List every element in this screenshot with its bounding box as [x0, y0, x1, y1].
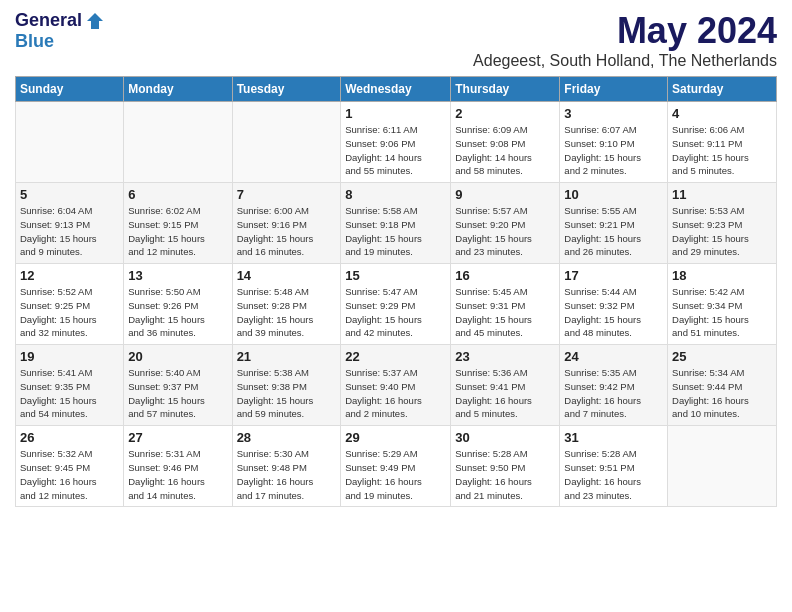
- day-info: Sunrise: 5:45 AM Sunset: 9:31 PM Dayligh…: [455, 285, 555, 340]
- calendar-cell: [668, 426, 777, 507]
- day-info: Sunrise: 5:44 AM Sunset: 9:32 PM Dayligh…: [564, 285, 663, 340]
- calendar-cell: 20Sunrise: 5:40 AM Sunset: 9:37 PM Dayli…: [124, 345, 232, 426]
- day-info: Sunrise: 5:50 AM Sunset: 9:26 PM Dayligh…: [128, 285, 227, 340]
- calendar-cell: [232, 102, 341, 183]
- day-info: Sunrise: 5:35 AM Sunset: 9:42 PM Dayligh…: [564, 366, 663, 421]
- calendar-cell: 16Sunrise: 5:45 AM Sunset: 9:31 PM Dayli…: [451, 264, 560, 345]
- day-number: 27: [128, 430, 227, 445]
- day-number: 15: [345, 268, 446, 283]
- day-number: 13: [128, 268, 227, 283]
- calendar-header: General Blue May 2024 Adegeest, South Ho…: [15, 10, 777, 70]
- day-number: 28: [237, 430, 337, 445]
- day-info: Sunrise: 5:28 AM Sunset: 9:51 PM Dayligh…: [564, 447, 663, 502]
- calendar-cell: 22Sunrise: 5:37 AM Sunset: 9:40 PM Dayli…: [341, 345, 451, 426]
- day-number: 23: [455, 349, 555, 364]
- calendar-cell: 27Sunrise: 5:31 AM Sunset: 9:46 PM Dayli…: [124, 426, 232, 507]
- calendar-cell: 11Sunrise: 5:53 AM Sunset: 9:23 PM Dayli…: [668, 183, 777, 264]
- day-info: Sunrise: 5:57 AM Sunset: 9:20 PM Dayligh…: [455, 204, 555, 259]
- calendar-cell: 25Sunrise: 5:34 AM Sunset: 9:44 PM Dayli…: [668, 345, 777, 426]
- day-number: 6: [128, 187, 227, 202]
- weekday-header-saturday: Saturday: [668, 77, 777, 102]
- weekday-header-thursday: Thursday: [451, 77, 560, 102]
- calendar-cell: 13Sunrise: 5:50 AM Sunset: 9:26 PM Dayli…: [124, 264, 232, 345]
- day-number: 30: [455, 430, 555, 445]
- day-info: Sunrise: 5:32 AM Sunset: 9:45 PM Dayligh…: [20, 447, 119, 502]
- calendar-cell: 24Sunrise: 5:35 AM Sunset: 9:42 PM Dayli…: [560, 345, 668, 426]
- week-row-1: 1Sunrise: 6:11 AM Sunset: 9:06 PM Daylig…: [16, 102, 777, 183]
- day-info: Sunrise: 5:47 AM Sunset: 9:29 PM Dayligh…: [345, 285, 446, 340]
- day-number: 11: [672, 187, 772, 202]
- day-info: Sunrise: 6:06 AM Sunset: 9:11 PM Dayligh…: [672, 123, 772, 178]
- calendar-cell: 10Sunrise: 5:55 AM Sunset: 9:21 PM Dayli…: [560, 183, 668, 264]
- day-number: 4: [672, 106, 772, 121]
- day-info: Sunrise: 6:00 AM Sunset: 9:16 PM Dayligh…: [237, 204, 337, 259]
- calendar-cell: 19Sunrise: 5:41 AM Sunset: 9:35 PM Dayli…: [16, 345, 124, 426]
- day-number: 31: [564, 430, 663, 445]
- day-info: Sunrise: 5:41 AM Sunset: 9:35 PM Dayligh…: [20, 366, 119, 421]
- day-number: 22: [345, 349, 446, 364]
- day-number: 29: [345, 430, 446, 445]
- day-number: 18: [672, 268, 772, 283]
- logo-icon: [85, 11, 105, 31]
- day-info: Sunrise: 5:36 AM Sunset: 9:41 PM Dayligh…: [455, 366, 555, 421]
- calendar-thead: SundayMondayTuesdayWednesdayThursdayFrid…: [16, 77, 777, 102]
- calendar-cell: [124, 102, 232, 183]
- weekday-header-tuesday: Tuesday: [232, 77, 341, 102]
- svg-marker-0: [87, 13, 103, 29]
- calendar-table: SundayMondayTuesdayWednesdayThursdayFrid…: [15, 76, 777, 507]
- day-info: Sunrise: 5:29 AM Sunset: 9:49 PM Dayligh…: [345, 447, 446, 502]
- day-info: Sunrise: 5:37 AM Sunset: 9:40 PM Dayligh…: [345, 366, 446, 421]
- calendar-page: General Blue May 2024 Adegeest, South Ho…: [0, 0, 792, 517]
- calendar-cell: 28Sunrise: 5:30 AM Sunset: 9:48 PM Dayli…: [232, 426, 341, 507]
- day-number: 2: [455, 106, 555, 121]
- day-number: 26: [20, 430, 119, 445]
- day-info: Sunrise: 5:31 AM Sunset: 9:46 PM Dayligh…: [128, 447, 227, 502]
- day-info: Sunrise: 6:07 AM Sunset: 9:10 PM Dayligh…: [564, 123, 663, 178]
- calendar-cell: 21Sunrise: 5:38 AM Sunset: 9:38 PM Dayli…: [232, 345, 341, 426]
- calendar-cell: 4Sunrise: 6:06 AM Sunset: 9:11 PM Daylig…: [668, 102, 777, 183]
- calendar-tbody: 1Sunrise: 6:11 AM Sunset: 9:06 PM Daylig…: [16, 102, 777, 507]
- calendar-cell: 12Sunrise: 5:52 AM Sunset: 9:25 PM Dayli…: [16, 264, 124, 345]
- day-number: 12: [20, 268, 119, 283]
- day-info: Sunrise: 6:09 AM Sunset: 9:08 PM Dayligh…: [455, 123, 555, 178]
- weekday-header-sunday: Sunday: [16, 77, 124, 102]
- day-number: 1: [345, 106, 446, 121]
- day-number: 17: [564, 268, 663, 283]
- calendar-cell: 29Sunrise: 5:29 AM Sunset: 9:49 PM Dayli…: [341, 426, 451, 507]
- calendar-cell: 18Sunrise: 5:42 AM Sunset: 9:34 PM Dayli…: [668, 264, 777, 345]
- day-number: 5: [20, 187, 119, 202]
- day-info: Sunrise: 5:40 AM Sunset: 9:37 PM Dayligh…: [128, 366, 227, 421]
- week-row-2: 5Sunrise: 6:04 AM Sunset: 9:13 PM Daylig…: [16, 183, 777, 264]
- calendar-cell: 17Sunrise: 5:44 AM Sunset: 9:32 PM Dayli…: [560, 264, 668, 345]
- weekday-header-friday: Friday: [560, 77, 668, 102]
- day-number: 19: [20, 349, 119, 364]
- day-info: Sunrise: 6:04 AM Sunset: 9:13 PM Dayligh…: [20, 204, 119, 259]
- day-number: 3: [564, 106, 663, 121]
- day-info: Sunrise: 5:28 AM Sunset: 9:50 PM Dayligh…: [455, 447, 555, 502]
- day-number: 10: [564, 187, 663, 202]
- calendar-cell: 6Sunrise: 6:02 AM Sunset: 9:15 PM Daylig…: [124, 183, 232, 264]
- day-info: Sunrise: 5:53 AM Sunset: 9:23 PM Dayligh…: [672, 204, 772, 259]
- day-info: Sunrise: 6:02 AM Sunset: 9:15 PM Dayligh…: [128, 204, 227, 259]
- day-number: 7: [237, 187, 337, 202]
- calendar-cell: 9Sunrise: 5:57 AM Sunset: 9:20 PM Daylig…: [451, 183, 560, 264]
- day-info: Sunrise: 5:55 AM Sunset: 9:21 PM Dayligh…: [564, 204, 663, 259]
- calendar-cell: 2Sunrise: 6:09 AM Sunset: 9:08 PM Daylig…: [451, 102, 560, 183]
- calendar-cell: 31Sunrise: 5:28 AM Sunset: 9:51 PM Dayli…: [560, 426, 668, 507]
- day-number: 8: [345, 187, 446, 202]
- day-number: 9: [455, 187, 555, 202]
- day-number: 25: [672, 349, 772, 364]
- week-row-3: 12Sunrise: 5:52 AM Sunset: 9:25 PM Dayli…: [16, 264, 777, 345]
- day-number: 20: [128, 349, 227, 364]
- day-number: 14: [237, 268, 337, 283]
- week-row-4: 19Sunrise: 5:41 AM Sunset: 9:35 PM Dayli…: [16, 345, 777, 426]
- logo-blue-text: Blue: [15, 31, 54, 52]
- weekday-header-monday: Monday: [124, 77, 232, 102]
- calendar-cell: 30Sunrise: 5:28 AM Sunset: 9:50 PM Dayli…: [451, 426, 560, 507]
- weekday-header-row: SundayMondayTuesdayWednesdayThursdayFrid…: [16, 77, 777, 102]
- day-number: 16: [455, 268, 555, 283]
- logo: General Blue: [15, 10, 105, 52]
- title-block: May 2024 Adegeest, South Holland, The Ne…: [473, 10, 777, 70]
- calendar-cell: 14Sunrise: 5:48 AM Sunset: 9:28 PM Dayli…: [232, 264, 341, 345]
- day-info: Sunrise: 5:42 AM Sunset: 9:34 PM Dayligh…: [672, 285, 772, 340]
